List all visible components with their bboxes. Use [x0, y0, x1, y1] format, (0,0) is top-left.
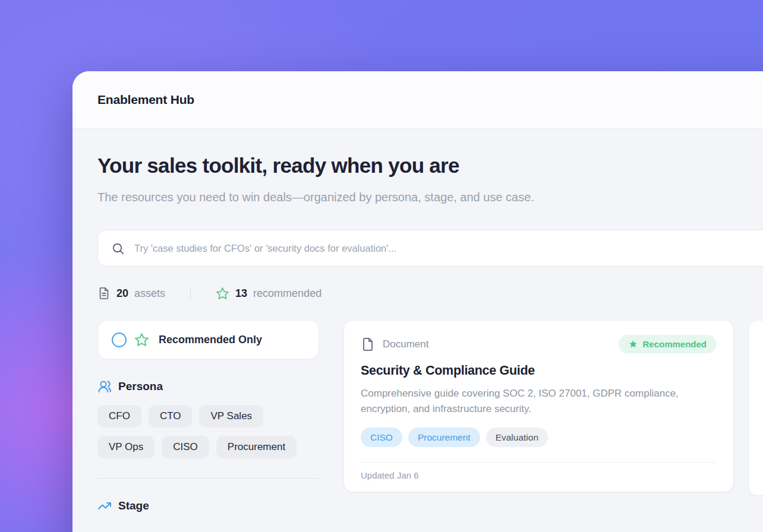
card-type-label: Document [383, 338, 428, 350]
card-title: Security & Compliance Guide [361, 363, 717, 378]
recommended-badge: Recommended [619, 335, 717, 353]
persona-chip[interactable]: CFO [97, 405, 141, 428]
star-filled-icon [629, 340, 638, 349]
filters-sidebar: Recommended Only Persona [97, 320, 319, 513]
persona-chip[interactable]: VP Sales [199, 405, 263, 428]
partial-asset-card[interactable] [748, 320, 763, 496]
card-tag[interactable]: CISO [361, 428, 402, 447]
file-icon [361, 336, 375, 353]
file-text-icon [97, 286, 111, 300]
star-icon [134, 332, 149, 347]
trending-up-icon [97, 499, 112, 513]
card-updated-text: Updated Jan 6 [361, 463, 717, 492]
persona-chip[interactable]: CTO [149, 405, 193, 428]
recommended-count: 13 [235, 287, 247, 300]
persona-chips: CFOCTOVP SalesVP OpsCISOProcurement [97, 405, 319, 458]
card-tags: CISOProcurementEvaluation [361, 428, 717, 447]
users-icon [97, 379, 112, 394]
search-input[interactable] [134, 243, 763, 254]
search-icon [111, 242, 125, 255]
assets-label: assets [134, 287, 165, 300]
app-title: Enablement Hub [97, 93, 194, 107]
desktop-background: Enablement Hub Your sales toolkit, ready… [0, 0, 763, 532]
persona-label: Persona [118, 380, 163, 393]
page-title: Your sales toolkit, ready when you are [97, 154, 763, 178]
stats-divider [190, 287, 191, 300]
toggle-circle-icon[interactable] [112, 332, 127, 347]
card-tag[interactable]: Evaluation [486, 428, 548, 447]
stage-section-heading: Stage [97, 499, 319, 513]
asset-cards-grid: Document Recommended Security & Comp [343, 320, 763, 496]
persona-chip[interactable]: CISO [162, 436, 209, 458]
persona-chip[interactable]: Procurement [216, 436, 297, 458]
assets-stat: 20 assets [97, 286, 165, 300]
card-type-row: Document Recommended [361, 335, 717, 353]
card-tag[interactable]: Procurement [408, 428, 480, 447]
stage-label: Stage [118, 499, 149, 512]
content-columns: Recommended Only Persona [97, 320, 763, 513]
asset-card-security-compliance-guide[interactable]: Document Recommended Security & Comp [343, 320, 734, 492]
stats-row: 20 assets 13 recommended [97, 286, 763, 301]
card-description: Comprehensive guide covering SOC 2, ISO … [361, 386, 711, 416]
persona-section-heading: Persona [97, 379, 319, 394]
window-body: Your sales toolkit, ready when you are T… [72, 129, 763, 513]
recommended-only-toggle[interactable]: Recommended Only [97, 320, 319, 359]
star-icon [216, 287, 229, 300]
assets-count: 20 [116, 287, 128, 300]
search-bar[interactable] [97, 230, 763, 267]
recommended-label: recommended [253, 287, 321, 300]
recommended-only-label: Recommended Only [159, 334, 262, 346]
enablement-hub-window: Enablement Hub Your sales toolkit, ready… [72, 71, 763, 532]
recommended-badge-label: Recommended [642, 339, 707, 349]
recommended-stat: 13 recommended [216, 287, 321, 300]
window-header: Enablement Hub [72, 71, 763, 129]
sidebar-divider [97, 478, 319, 479]
page-subtitle: The resources you need to win deals—orga… [97, 186, 591, 208]
persona-chip[interactable]: VP Ops [97, 436, 155, 458]
